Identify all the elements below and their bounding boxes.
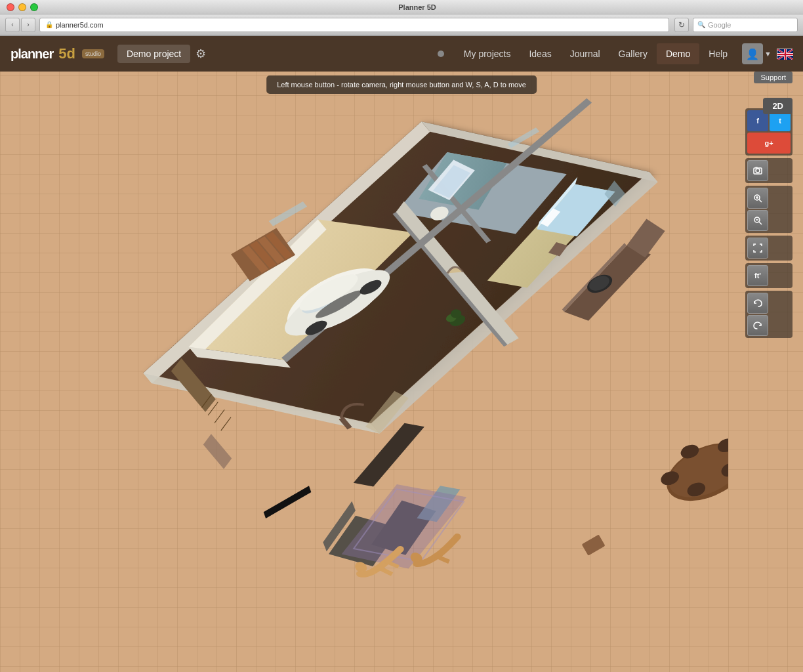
2d-button[interactable]: 2D [763, 98, 793, 114]
units-toolbar-group: ft' [745, 263, 793, 288]
zoom-toolbar-group [745, 186, 793, 233]
svg-rect-79 [269, 201, 307, 226]
settings-button[interactable]: ⚙ [196, 47, 206, 61]
nav-gallery[interactable]: Gallery [609, 43, 657, 64]
browser-title: Planner 5D [38, 3, 796, 11]
logo-area: planner 5d studio [10, 45, 104, 62]
2d-button-container: 2D [763, 77, 793, 114]
tooltip-box: Left mouse button - rotate camera, right… [266, 75, 537, 94]
units-button[interactable]: ft' [747, 265, 768, 286]
svg-marker-82 [200, 434, 236, 469]
svg-line-12 [759, 200, 762, 202]
svg-line-16 [759, 222, 762, 224]
fullscreen-toolbar-group [745, 236, 793, 261]
user-avatar[interactable]: 👤 [742, 43, 763, 64]
redo-button[interactable] [747, 315, 768, 336]
svg-marker-54 [337, 417, 442, 494]
search-placeholder: Google [708, 21, 731, 29]
close-button[interactable] [7, 3, 14, 11]
language-flag[interactable] [777, 49, 793, 59]
svg-marker-52 [320, 461, 488, 590]
social-toolbar-group: f t g+ [745, 108, 793, 156]
maximize-button[interactable] [30, 3, 38, 11]
back-button[interactable]: ‹ [5, 18, 20, 32]
gplus-row: g+ [747, 133, 791, 154]
google-plus-button[interactable]: g+ [747, 133, 791, 154]
browser-toolbar: ‹ › 🔒 planner5d.com ↻ 🔍 Google [0, 14, 803, 35]
user-menu-arrow[interactable]: ▼ [764, 50, 772, 58]
nav-indicator [438, 51, 444, 57]
zoom-out-button[interactable] [747, 210, 768, 231]
logo-text: planner [10, 47, 53, 62]
search-icon: 🔍 [697, 21, 705, 28]
nav-journal[interactable]: Journal [561, 43, 609, 64]
svg-rect-55 [264, 486, 312, 518]
app-container: planner 5d studio Demo project ⚙ My proj… [0, 36, 803, 672]
logo-5d: 5d [58, 45, 75, 62]
nav-demo[interactable]: Demo [657, 43, 699, 64]
nav-help[interactable]: Help [699, 43, 737, 64]
refresh-button[interactable]: ↻ [674, 18, 689, 32]
view-toolbar-group [745, 158, 793, 183]
nav-links: My projects Ideas Journal Gallery Demo H… [455, 43, 737, 64]
browser-nav-buttons: ‹ › [5, 18, 35, 32]
minimize-button[interactable] [18, 3, 26, 11]
search-bar[interactable]: 🔍 Google [693, 18, 798, 32]
nav-ideas[interactable]: Ideas [520, 43, 560, 64]
svg-rect-65 [582, 534, 606, 555]
url-text: planner5d.com [56, 21, 104, 29]
undoredo-toolbar-group [745, 291, 793, 338]
project-name[interactable]: Demo project [117, 45, 190, 63]
svg-line-87 [216, 417, 235, 430]
logo-badge: studio [82, 49, 104, 58]
screenshot-button[interactable] [747, 160, 768, 181]
svg-point-9 [756, 169, 760, 173]
floorplan-container[interactable] [33, 69, 728, 633]
zoom-in-button[interactable] [747, 188, 768, 209]
forward-button[interactable]: › [21, 18, 35, 32]
nav-my-projects[interactable]: My projects [455, 43, 520, 64]
browser-titlebar: Planner 5D [0, 0, 803, 14]
fullscreen-button[interactable] [747, 238, 768, 259]
right-toolbar: f t g+ [745, 108, 793, 338]
app-navigation: planner 5d studio Demo project ⚙ My proj… [0, 36, 803, 72]
svg-line-86 [211, 410, 229, 423]
url-bar[interactable]: 🔒 planner5d.com [39, 18, 669, 32]
lock-icon: 🔒 [45, 21, 53, 28]
browser-chrome: Planner 5D ‹ › 🔒 planner5d.com ↻ 🔍 Googl… [0, 0, 803, 36]
undo-button[interactable] [747, 293, 768, 314]
window-controls [7, 3, 38, 11]
